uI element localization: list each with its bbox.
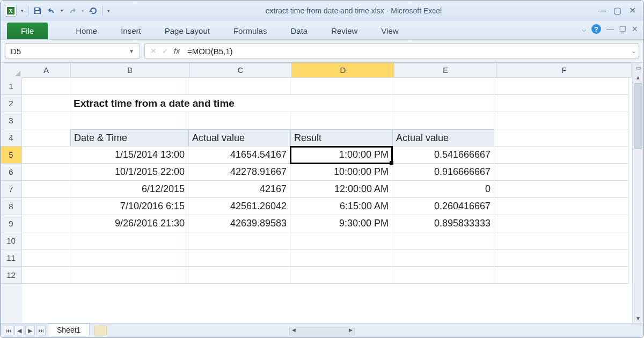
cell[interactable]: 41654.54167: [188, 146, 290, 164]
row-header-7[interactable]: 7: [1, 181, 22, 198]
cell[interactable]: 0.260416667: [392, 198, 494, 215]
cell[interactable]: [392, 267, 494, 284]
name-box-dropdown-icon[interactable]: ▼: [129, 48, 134, 54]
cell[interactable]: [22, 95, 70, 112]
cell[interactable]: Result: [290, 129, 392, 146]
tab-page-layout[interactable]: Page Layout: [153, 23, 222, 39]
cell[interactable]: [188, 249, 290, 267]
col-header-F[interactable]: F: [497, 63, 632, 78]
cell[interactable]: [494, 249, 628, 267]
undo-dropdown-icon[interactable]: ▾: [61, 8, 63, 13]
cell[interactable]: [22, 181, 70, 198]
scroll-down-icon[interactable]: ▼: [633, 313, 643, 323]
redo-icon[interactable]: [68, 6, 77, 16]
row-header-2[interactable]: 2: [1, 95, 22, 112]
cell[interactable]: 42639.89583: [188, 215, 290, 232]
row-header-1[interactable]: 1: [1, 78, 22, 95]
scroll-thumb[interactable]: [634, 83, 642, 149]
cell[interactable]: [290, 78, 392, 95]
cell[interactable]: 1/15/2014 13:00: [70, 146, 188, 164]
cell[interactable]: 42561.26042: [188, 198, 290, 215]
cell[interactable]: [22, 215, 70, 232]
cell[interactable]: 6:15:00 AM: [290, 198, 392, 215]
cell[interactable]: [494, 129, 628, 146]
spreadsheet-grid[interactable]: ABCDEF 123456789101112 Extract time from…: [1, 63, 643, 323]
row-header-3[interactable]: 3: [1, 112, 22, 129]
ribbon-minimize-icon[interactable]: ⌵: [582, 25, 586, 33]
cell[interactable]: [494, 181, 628, 198]
cell[interactable]: [494, 95, 628, 112]
cell[interactable]: 0.541666667: [392, 146, 494, 164]
horizontal-scrollbar[interactable]: ◀ ▶: [289, 327, 355, 335]
cell[interactable]: 0: [392, 181, 494, 198]
cell[interactable]: [494, 232, 628, 249]
cell[interactable]: [188, 267, 290, 284]
tab-review[interactable]: Review: [319, 23, 369, 39]
cell[interactable]: [188, 78, 290, 95]
cell[interactable]: [188, 112, 290, 129]
tab-home[interactable]: Home: [64, 23, 109, 39]
close-icon[interactable]: ✕: [629, 6, 636, 15]
select-all-corner[interactable]: [1, 63, 23, 78]
cell[interactable]: [70, 267, 188, 284]
cell[interactable]: [22, 112, 70, 129]
col-header-C[interactable]: C: [189, 63, 292, 78]
cell[interactable]: [22, 198, 70, 215]
cell[interactable]: 0.916666667: [392, 164, 494, 181]
undo-icon[interactable]: [47, 6, 56, 16]
cell[interactable]: 12:00:00 AM: [290, 181, 392, 198]
row-header-5[interactable]: 5: [1, 146, 22, 164]
maximize-icon[interactable]: ▢: [613, 6, 621, 15]
cell[interactable]: [22, 146, 70, 164]
cell[interactable]: [494, 267, 628, 284]
cells-area[interactable]: Extract time from a date and timeDate & …: [22, 78, 633, 323]
qat-dropdown-icon[interactable]: ▾: [21, 8, 24, 13]
cell[interactable]: [494, 146, 628, 164]
fx-icon[interactable]: fx: [174, 47, 180, 55]
tab-formulas[interactable]: Formulas: [222, 23, 279, 39]
cell[interactable]: [494, 112, 628, 129]
sheet-nav-last-icon[interactable]: ⏭: [36, 326, 46, 335]
name-box[interactable]: D5 ▼: [5, 43, 140, 58]
cell[interactable]: [188, 232, 290, 249]
customize-qat-icon[interactable]: ▾: [107, 8, 110, 13]
cell[interactable]: [22, 129, 70, 146]
expand-formula-bar-icon[interactable]: ⌄: [631, 47, 636, 55]
cell[interactable]: [22, 249, 70, 267]
cell[interactable]: 9:30:00 PM: [290, 215, 392, 232]
cell[interactable]: [290, 112, 392, 129]
new-sheet-icon[interactable]: [94, 326, 107, 335]
col-header-A[interactable]: A: [22, 63, 71, 78]
workbook-restore-icon[interactable]: ❐: [619, 25, 626, 33]
heading-cell[interactable]: Extract time from a date and time: [70, 95, 392, 112]
scroll-up-icon[interactable]: ▲: [633, 72, 643, 82]
sheet-nav-next-icon[interactable]: ▶: [25, 326, 35, 335]
cell[interactable]: [494, 198, 628, 215]
cell[interactable]: [22, 232, 70, 249]
tab-insert[interactable]: Insert: [109, 23, 153, 39]
cell[interactable]: 10/1/2015 22:00: [70, 164, 188, 181]
cell[interactable]: 9/26/2016 21:30: [70, 215, 188, 232]
cell[interactable]: [494, 78, 628, 95]
cell[interactable]: [70, 78, 188, 95]
scroll-split-icon[interactable]: ▭: [633, 63, 643, 72]
tab-data[interactable]: Data: [279, 23, 319, 39]
workbook-minimize-icon[interactable]: —: [606, 25, 614, 33]
cell[interactable]: [70, 232, 188, 249]
row-header-9[interactable]: 9: [1, 215, 22, 232]
hscroll-right-icon[interactable]: ▶: [347, 327, 354, 335]
row-header-10[interactable]: 10: [1, 232, 22, 249]
workbook-close-icon[interactable]: ✕: [632, 25, 638, 33]
cell[interactable]: [70, 249, 188, 267]
cell[interactable]: [290, 267, 392, 284]
vertical-scrollbar[interactable]: ▭ ▲ ▼: [632, 63, 643, 323]
sheet-tab[interactable]: Sheet1: [48, 324, 90, 336]
row-header-6[interactable]: 6: [1, 164, 22, 181]
row-header-12[interactable]: 12: [1, 267, 22, 284]
row-header-4[interactable]: 4: [1, 129, 22, 146]
cell[interactable]: [70, 112, 188, 129]
cell[interactable]: Actual value: [392, 129, 494, 146]
hscroll-left-icon[interactable]: ◀: [290, 327, 297, 335]
cell[interactable]: Actual value: [188, 129, 290, 146]
cell[interactable]: Date & Time: [70, 129, 188, 146]
